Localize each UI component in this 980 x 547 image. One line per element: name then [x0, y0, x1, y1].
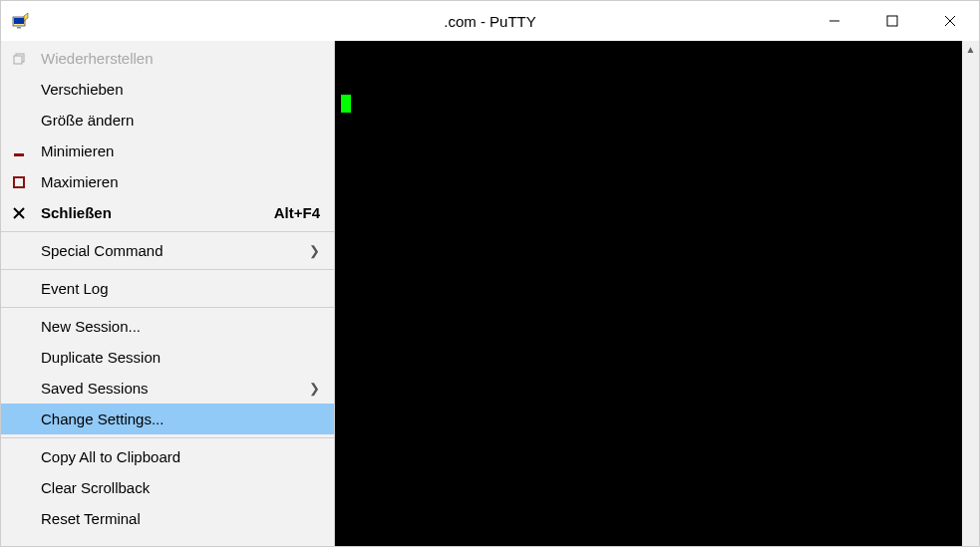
minimize-button[interactable]	[806, 1, 863, 41]
menu-new-session[interactable]: New Session...	[1, 311, 334, 342]
restore-icon	[13, 53, 41, 65]
svg-rect-8	[14, 56, 22, 64]
window-title: .com - PuTTY	[444, 13, 536, 30]
menu-label: Special Command	[41, 242, 301, 259]
menu-size[interactable]: Größe ändern	[1, 105, 334, 136]
menu-label: Clear Scrollback	[41, 479, 320, 496]
scroll-up-icon[interactable]: ▲	[962, 41, 979, 58]
menu-label: Event Log	[41, 280, 320, 297]
menu-label: Verschieben	[41, 81, 320, 98]
terminal-cursor	[341, 95, 351, 113]
menu-duplicate-session[interactable]: Duplicate Session	[1, 342, 334, 373]
close-button[interactable]	[921, 1, 979, 41]
maximize-icon	[13, 176, 41, 188]
menu-close[interactable]: Schließen Alt+F4	[1, 197, 334, 228]
menu-shortcut: Alt+F4	[274, 204, 320, 221]
menu-copy-all[interactable]: Copy All to Clipboard	[1, 441, 334, 472]
menu-minimize[interactable]: Minimieren	[1, 136, 334, 166]
close-icon	[13, 207, 41, 219]
menu-saved-sessions[interactable]: Saved Sessions ❯	[1, 373, 334, 404]
svg-rect-2	[17, 27, 21, 29]
svg-rect-4	[887, 16, 897, 26]
menu-restore: Wiederherstellen	[1, 43, 334, 74]
menu-special-command[interactable]: Special Command ❯	[1, 235, 334, 266]
menu-separator	[1, 307, 334, 308]
vertical-scrollbar[interactable]: ▲	[962, 41, 979, 546]
svg-rect-10	[14, 177, 24, 187]
menu-label: Saved Sessions	[41, 380, 301, 397]
menu-change-settings[interactable]: Change Settings...	[1, 404, 334, 434]
menu-label: Schließen	[41, 204, 274, 221]
menu-reset-terminal[interactable]: Reset Terminal	[1, 503, 334, 534]
chevron-right-icon: ❯	[301, 243, 320, 258]
menu-label: Maximieren	[41, 173, 320, 190]
svg-rect-1	[14, 18, 24, 24]
menu-label: Größe ändern	[41, 112, 320, 129]
minimize-icon	[13, 145, 41, 157]
menu-move[interactable]: Verschieben	[1, 74, 334, 105]
system-menu: Wiederherstellen Verschieben Größe änder…	[1, 41, 335, 546]
menu-label: New Session...	[41, 318, 320, 335]
menu-label: Minimieren	[41, 142, 320, 159]
menu-label: Change Settings...	[41, 410, 320, 427]
menu-event-log[interactable]: Event Log	[1, 273, 334, 304]
putty-app-icon	[11, 11, 31, 31]
menu-separator	[1, 269, 334, 270]
titlebar[interactable]: .com - PuTTY	[1, 1, 979, 41]
svg-rect-9	[14, 153, 24, 156]
menu-maximize[interactable]: Maximieren	[1, 166, 334, 197]
menu-separator	[1, 437, 334, 438]
menu-label: Reset Terminal	[41, 510, 320, 527]
menu-separator	[1, 231, 334, 232]
menu-label: Duplicate Session	[41, 349, 320, 366]
chevron-right-icon: ❯	[301, 381, 320, 396]
putty-window: .com - PuTTY Wiederherstellen V	[0, 0, 980, 547]
maximize-button[interactable]	[863, 1, 921, 41]
menu-label: Copy All to Clipboard	[41, 448, 320, 465]
window-controls	[806, 1, 979, 41]
terminal[interactable]: ▲	[335, 41, 979, 546]
menu-label: Wiederherstellen	[41, 50, 320, 67]
client-area: Wiederherstellen Verschieben Größe änder…	[1, 41, 979, 546]
menu-clear-scrollback[interactable]: Clear Scrollback	[1, 472, 334, 503]
